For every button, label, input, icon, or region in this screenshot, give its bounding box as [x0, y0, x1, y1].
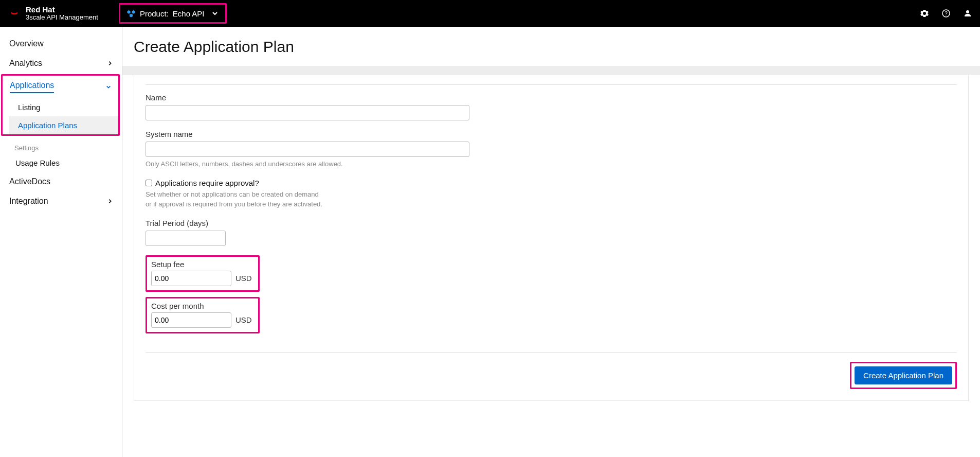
input-setup-fee[interactable] [151, 271, 231, 286]
field-setup-fee: Setup fee USD [151, 260, 252, 286]
highlight-cost-month: Cost per month USD [146, 297, 260, 333]
highlight-submit: Create Application Plan [850, 362, 957, 389]
sidebar-item-label: Applications [10, 81, 54, 93]
field-name: Name [146, 93, 475, 120]
product-selector-prefix: Product: [140, 9, 169, 18]
input-trial-period[interactable] [146, 231, 226, 246]
brand-text: Red Hat [26, 6, 98, 14]
product-selector[interactable]: Product: Echo API [119, 3, 227, 24]
svg-point-1 [12, 11, 17, 13]
currency-cost-month: USD [235, 315, 252, 324]
chevron-down-icon [106, 84, 111, 90]
field-cost-month: Cost per month USD [151, 302, 252, 328]
logo[interactable]: Red Hat 3scale API Management [8, 6, 98, 22]
checkbox-approval[interactable] [146, 180, 152, 186]
sidebar-group-applications: Applications Listing Application Plans [1, 74, 120, 136]
label-trial-period: Trial Period (days) [146, 219, 475, 227]
label-approval: Applications require approval? [155, 179, 259, 187]
submit-row: Create Application Plan [146, 352, 957, 389]
field-system-name: System name Only ASCII letters, numbers,… [146, 130, 475, 169]
sidebar-item-activedocs[interactable]: ActiveDocs [0, 172, 122, 191]
cubes-icon [126, 9, 136, 18]
label-name: Name [146, 93, 475, 102]
label-setup-fee: Setup fee [151, 260, 252, 269]
chevron-right-icon [107, 199, 113, 204]
highlight-setup-fee: Setup fee USD [146, 255, 260, 292]
svg-text:?: ? [945, 11, 948, 16]
sidebar-subitem-application-plans[interactable]: Application Plans [9, 116, 118, 134]
input-system-name[interactable] [146, 142, 469, 157]
sidebar-subitem-listing[interactable]: Listing [9, 98, 118, 116]
sidebar-item-analytics[interactable]: Analytics [0, 54, 122, 73]
chevron-down-icon [212, 10, 218, 16]
sidebar-item-applications[interactable]: Applications [3, 76, 118, 98]
sidebar-item-integration[interactable]: Integration [0, 191, 122, 211]
input-cost-month[interactable] [151, 312, 231, 328]
label-system-name: System name [146, 130, 475, 138]
currency-setup-fee: USD [235, 274, 252, 283]
topbar-right: ? [920, 9, 972, 17]
redhat-icon [8, 7, 21, 20]
product-line-text: 3scale API Management [26, 14, 98, 21]
sidebar-item-label: Overview [9, 39, 44, 48]
input-name[interactable] [146, 105, 469, 120]
sidebar-subitem-label: Usage Rules [15, 159, 60, 167]
hint-approval: Set whether or not applications can be c… [146, 189, 475, 209]
page-title: Create Application Plan [134, 38, 969, 56]
sidebar-subitem-label: Application Plans [18, 121, 77, 130]
create-application-plan-button[interactable]: Create Application Plan [855, 366, 952, 384]
help-icon[interactable]: ? [942, 9, 950, 17]
field-approval: Applications require approval? Set wheth… [146, 179, 475, 209]
gear-icon[interactable] [920, 9, 929, 17]
sidebar-item-label: ActiveDocs [9, 177, 50, 186]
user-icon[interactable] [964, 9, 972, 17]
sidebar-item-label: Analytics [9, 59, 42, 68]
label-cost-month: Cost per month [151, 302, 252, 310]
chevron-right-icon [107, 61, 113, 66]
hint-system-name: Only ASCII letters, numbers, dashes and … [146, 159, 475, 169]
sidebar-section-settings: Settings [0, 137, 122, 154]
divider [146, 84, 957, 85]
field-trial-period: Trial Period (days) [146, 219, 475, 246]
sidebar: Overview Analytics Applications Listing … [0, 27, 122, 457]
product-selector-value: Echo API [173, 9, 205, 18]
sidebar-item-label: Integration [9, 197, 48, 206]
sidebar-subitem-usage-rules[interactable]: Usage Rules [6, 154, 122, 172]
sidebar-subitem-label: Listing [18, 103, 40, 112]
grey-band [122, 66, 980, 75]
main-content: Create Application Plan Name System name… [122, 27, 980, 457]
top-bar: Red Hat 3scale API Management Product: E… [0, 0, 980, 27]
sidebar-item-overview[interactable]: Overview [0, 34, 122, 54]
